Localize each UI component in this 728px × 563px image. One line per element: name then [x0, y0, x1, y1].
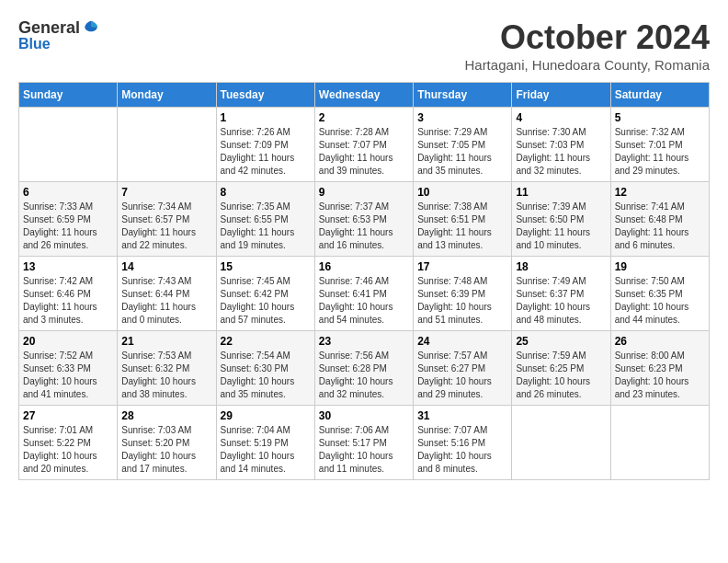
day-info: Sunrise: 7:28 AMSunset: 7:07 PMDaylight:…: [319, 126, 409, 178]
day-number: 5: [615, 111, 705, 124]
month-title: October 2024: [464, 18, 710, 57]
calendar-week-row: 27Sunrise: 7:01 AMSunset: 5:22 PMDayligh…: [19, 406, 710, 480]
day-info: Sunrise: 7:29 AMSunset: 7:05 PMDaylight:…: [417, 126, 507, 178]
page-header: General Blue October 2024 Hartagani, Hun…: [18, 18, 710, 73]
day-info: Sunrise: 8:00 AMSunset: 6:23 PMDaylight:…: [615, 350, 705, 401]
day-info: Sunrise: 7:42 AMSunset: 6:46 PMDaylight:…: [23, 275, 113, 327]
calendar-cell: 5Sunrise: 7:32 AMSunset: 7:01 PMDaylight…: [610, 108, 709, 182]
day-info: Sunrise: 7:33 AMSunset: 6:59 PMDaylight:…: [23, 201, 113, 252]
calendar-cell: 16Sunrise: 7:46 AMSunset: 6:41 PMDayligh…: [314, 257, 413, 331]
day-info: Sunrise: 7:50 AMSunset: 6:35 PMDaylight:…: [615, 275, 705, 327]
day-number: 11: [516, 186, 606, 199]
day-info: Sunrise: 7:52 AMSunset: 6:33 PMDaylight:…: [23, 350, 113, 401]
calendar-cell: 25Sunrise: 7:59 AMSunset: 6:25 PMDayligh…: [512, 331, 610, 406]
day-number: 27: [23, 409, 113, 422]
day-number: 13: [23, 260, 113, 273]
title-block: October 2024 Hartagani, Hunedoara County…: [464, 18, 710, 73]
day-info: Sunrise: 7:59 AMSunset: 6:25 PMDaylight:…: [516, 350, 606, 401]
calendar-cell: [610, 406, 709, 480]
calendar-cell: [118, 108, 216, 182]
calendar-cell: 11Sunrise: 7:39 AMSunset: 6:50 PMDayligh…: [512, 182, 610, 257]
day-number: 4: [516, 111, 606, 124]
day-info: Sunrise: 7:30 AMSunset: 7:03 PMDaylight:…: [516, 126, 606, 178]
calendar-cell: 31Sunrise: 7:07 AMSunset: 5:16 PMDayligh…: [414, 406, 512, 480]
day-number: 1: [221, 111, 311, 124]
day-info: Sunrise: 7:35 AMSunset: 6:55 PMDaylight:…: [221, 201, 311, 252]
day-info: Sunrise: 7:46 AMSunset: 6:41 PMDaylight:…: [319, 275, 409, 327]
day-number: 31: [417, 409, 507, 422]
day-number: 29: [221, 409, 311, 422]
calendar-cell: 10Sunrise: 7:38 AMSunset: 6:51 PMDayligh…: [414, 182, 512, 257]
day-info: Sunrise: 7:57 AMSunset: 6:27 PMDaylight:…: [417, 350, 507, 401]
calendar-week-row: 20Sunrise: 7:52 AMSunset: 6:33 PMDayligh…: [19, 331, 710, 406]
day-number: 28: [121, 409, 211, 422]
calendar-cell: 6Sunrise: 7:33 AMSunset: 6:59 PMDaylight…: [19, 182, 118, 257]
weekday-header: Thursday: [414, 83, 512, 108]
calendar-cell: 17Sunrise: 7:48 AMSunset: 6:39 PMDayligh…: [414, 257, 512, 331]
day-info: Sunrise: 7:01 AMSunset: 5:22 PMDaylight:…: [23, 424, 113, 476]
day-info: Sunrise: 7:37 AMSunset: 6:53 PMDaylight:…: [319, 201, 409, 252]
calendar-table: SundayMondayTuesdayWednesdayThursdayFrid…: [18, 82, 710, 480]
day-number: 20: [23, 335, 113, 348]
calendar-cell: 3Sunrise: 7:29 AMSunset: 7:05 PMDaylight…: [414, 108, 512, 182]
day-number: 3: [417, 111, 507, 124]
logo-general: General: [18, 18, 80, 38]
day-number: 14: [121, 260, 211, 273]
day-number: 30: [319, 409, 409, 422]
calendar-cell: [19, 108, 118, 182]
weekday-header: Saturday: [610, 83, 709, 108]
logo-blue: Blue: [18, 36, 51, 52]
calendar-cell: 26Sunrise: 8:00 AMSunset: 6:23 PMDayligh…: [610, 331, 709, 406]
day-info: Sunrise: 7:06 AMSunset: 5:17 PMDaylight:…: [319, 424, 409, 476]
day-info: Sunrise: 7:03 AMSunset: 5:20 PMDaylight:…: [121, 424, 211, 476]
day-info: Sunrise: 7:43 AMSunset: 6:44 PMDaylight:…: [121, 275, 211, 327]
day-number: 16: [319, 260, 409, 273]
calendar-cell: 4Sunrise: 7:30 AMSunset: 7:03 PMDaylight…: [512, 108, 610, 182]
day-info: Sunrise: 7:39 AMSunset: 6:50 PMDaylight:…: [516, 201, 606, 252]
calendar-cell: 21Sunrise: 7:53 AMSunset: 6:32 PMDayligh…: [118, 331, 216, 406]
day-number: 17: [417, 260, 507, 273]
day-number: 15: [221, 260, 311, 273]
day-number: 19: [615, 260, 705, 273]
calendar-cell: 18Sunrise: 7:49 AMSunset: 6:37 PMDayligh…: [512, 257, 610, 331]
day-number: 23: [319, 335, 409, 348]
weekday-header-row: SundayMondayTuesdayWednesdayThursdayFrid…: [19, 83, 710, 108]
day-info: Sunrise: 7:04 AMSunset: 5:19 PMDaylight:…: [221, 424, 311, 476]
day-number: 8: [221, 186, 311, 199]
calendar-cell: 23Sunrise: 7:56 AMSunset: 6:28 PMDayligh…: [314, 331, 413, 406]
calendar-cell: 30Sunrise: 7:06 AMSunset: 5:17 PMDayligh…: [314, 406, 413, 480]
day-number: 22: [221, 335, 311, 348]
day-info: Sunrise: 7:54 AMSunset: 6:30 PMDaylight:…: [221, 350, 311, 401]
location: Hartagani, Hunedoara County, Romania: [464, 57, 710, 73]
calendar-cell: [512, 406, 610, 480]
logo-bird-icon: [82, 19, 100, 38]
calendar-cell: 22Sunrise: 7:54 AMSunset: 6:30 PMDayligh…: [216, 331, 314, 406]
calendar-cell: 2Sunrise: 7:28 AMSunset: 7:07 PMDaylight…: [314, 108, 413, 182]
weekday-header: Friday: [512, 83, 610, 108]
calendar-cell: 19Sunrise: 7:50 AMSunset: 6:35 PMDayligh…: [610, 257, 709, 331]
calendar-cell: 24Sunrise: 7:57 AMSunset: 6:27 PMDayligh…: [414, 331, 512, 406]
day-number: 10: [417, 186, 507, 199]
day-info: Sunrise: 7:26 AMSunset: 7:09 PMDaylight:…: [221, 126, 311, 178]
day-info: Sunrise: 7:38 AMSunset: 6:51 PMDaylight:…: [417, 201, 507, 252]
day-info: Sunrise: 7:41 AMSunset: 6:48 PMDaylight:…: [615, 201, 705, 252]
calendar-cell: 13Sunrise: 7:42 AMSunset: 6:46 PMDayligh…: [19, 257, 118, 331]
day-number: 9: [319, 186, 409, 199]
calendar-cell: 9Sunrise: 7:37 AMSunset: 6:53 PMDaylight…: [314, 182, 413, 257]
day-info: Sunrise: 7:56 AMSunset: 6:28 PMDaylight:…: [319, 350, 409, 401]
day-number: 25: [516, 335, 606, 348]
day-info: Sunrise: 7:07 AMSunset: 5:16 PMDaylight:…: [417, 424, 507, 476]
day-info: Sunrise: 7:49 AMSunset: 6:37 PMDaylight:…: [516, 275, 606, 327]
weekday-header: Tuesday: [216, 83, 314, 108]
calendar-cell: 27Sunrise: 7:01 AMSunset: 5:22 PMDayligh…: [19, 406, 118, 480]
calendar-cell: 14Sunrise: 7:43 AMSunset: 6:44 PMDayligh…: [118, 257, 216, 331]
day-info: Sunrise: 7:32 AMSunset: 7:01 PMDaylight:…: [615, 126, 705, 178]
weekday-header: Monday: [118, 83, 216, 108]
weekday-header: Sunday: [19, 83, 118, 108]
day-info: Sunrise: 7:53 AMSunset: 6:32 PMDaylight:…: [121, 350, 211, 401]
day-number: 24: [417, 335, 507, 348]
calendar-cell: 15Sunrise: 7:45 AMSunset: 6:42 PMDayligh…: [216, 257, 314, 331]
calendar-cell: 1Sunrise: 7:26 AMSunset: 7:09 PMDaylight…: [216, 108, 314, 182]
calendar-week-row: 6Sunrise: 7:33 AMSunset: 6:59 PMDaylight…: [19, 182, 710, 257]
day-number: 2: [319, 111, 409, 124]
